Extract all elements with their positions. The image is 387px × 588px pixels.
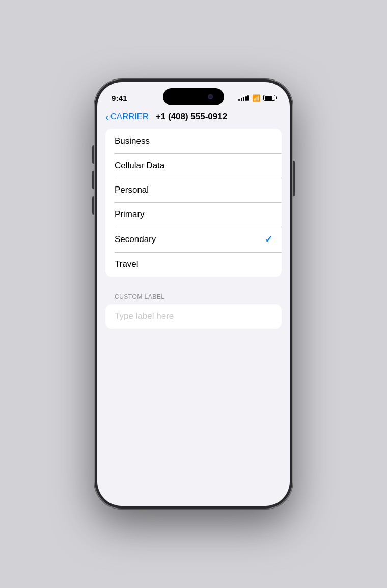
content-area: Business Cellular Data Personal Primary … bbox=[97, 129, 290, 329]
status-icons: 📶 bbox=[238, 94, 275, 102]
phone-frame: 9:41 📶 ‹ CAR bbox=[94, 79, 293, 509]
custom-label-heading: CUSTOM LABEL bbox=[105, 293, 282, 304]
phone-screen: 9:41 📶 ‹ CAR bbox=[97, 82, 290, 506]
signal-bar-5 bbox=[247, 95, 249, 101]
signal-bar-3 bbox=[243, 97, 244, 101]
list-item-secondary[interactable]: Secondary ✓ bbox=[105, 227, 282, 252]
back-label: CARRIER bbox=[110, 112, 149, 122]
wifi-icon: 📶 bbox=[252, 94, 260, 102]
custom-label-input[interactable] bbox=[115, 311, 272, 322]
back-button[interactable]: ‹ CARRIER bbox=[105, 112, 149, 122]
nav-title: +1 (408) 555-0912 bbox=[156, 112, 227, 122]
list-item-personal[interactable]: Personal bbox=[105, 178, 282, 202]
label-personal: Personal bbox=[115, 185, 149, 195]
list-item-travel[interactable]: Travel bbox=[105, 252, 282, 277]
signal-bars-icon bbox=[238, 95, 249, 101]
signal-bar-1 bbox=[238, 99, 240, 101]
front-camera bbox=[208, 94, 213, 99]
signal-bar-2 bbox=[241, 98, 242, 101]
list-item-primary[interactable]: Primary bbox=[105, 202, 282, 227]
battery-fill bbox=[265, 96, 272, 100]
label-primary: Primary bbox=[115, 209, 145, 220]
list-item-business[interactable]: Business bbox=[105, 129, 282, 153]
status-time: 9:41 bbox=[112, 94, 127, 102]
label-travel: Travel bbox=[115, 259, 139, 270]
label-cellular-data: Cellular Data bbox=[115, 161, 164, 171]
signal-bar-4 bbox=[245, 96, 247, 101]
nav-header: ‹ CARRIER +1 (408) 555-0912 bbox=[97, 110, 290, 129]
label-business: Business bbox=[115, 136, 150, 146]
battery-icon bbox=[263, 95, 275, 101]
battery-body bbox=[263, 95, 275, 101]
selected-checkmark-icon: ✓ bbox=[265, 234, 272, 245]
labels-list: Business Cellular Data Personal Primary … bbox=[105, 129, 282, 277]
custom-label-section: CUSTOM LABEL bbox=[105, 293, 282, 329]
chevron-left-icon: ‹ bbox=[105, 112, 109, 122]
list-item-cellular-data[interactable]: Cellular Data bbox=[105, 153, 282, 178]
dynamic-island bbox=[163, 88, 224, 105]
label-secondary: Secondary bbox=[115, 234, 156, 245]
custom-input-container[interactable] bbox=[105, 304, 282, 329]
